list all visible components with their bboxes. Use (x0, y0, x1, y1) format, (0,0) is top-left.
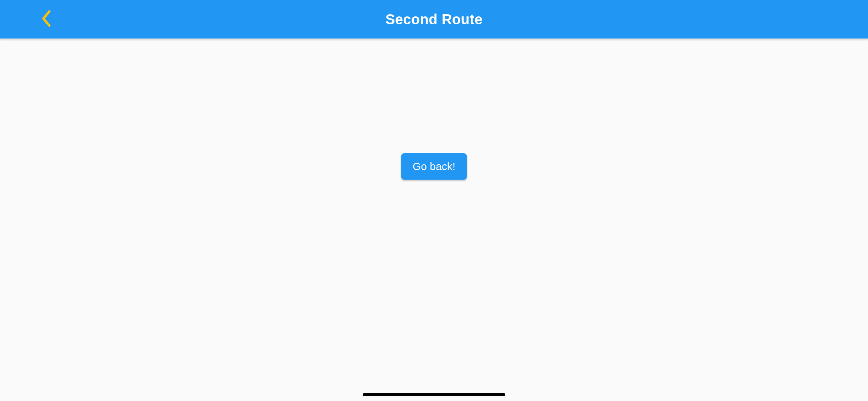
chevron-left-icon (41, 10, 51, 28)
go-back-button[interactable]: Go back! (401, 153, 467, 180)
home-indicator[interactable] (363, 393, 505, 396)
body-content: Go back! (0, 38, 868, 401)
app-bar: Second Route (0, 0, 868, 38)
back-button[interactable] (37, 10, 55, 28)
page-title: Second Route (386, 11, 483, 27)
